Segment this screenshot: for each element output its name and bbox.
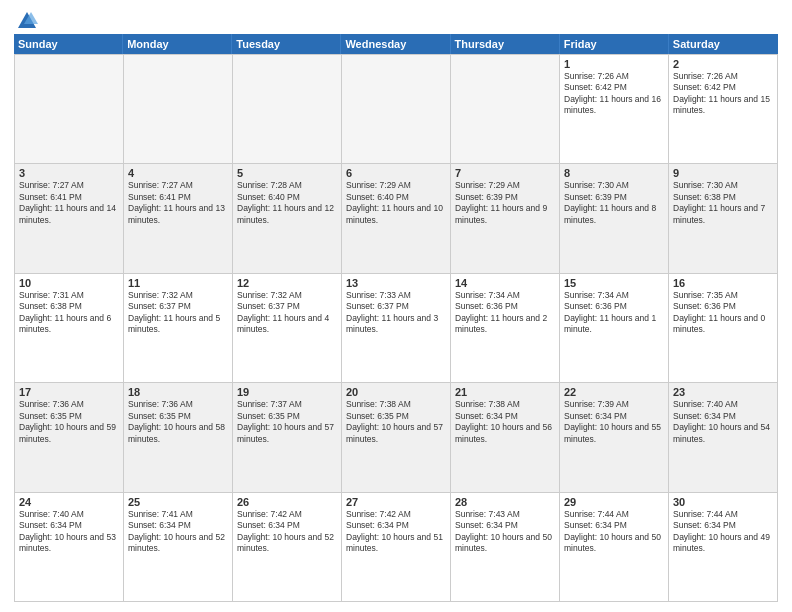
table-row: 7Sunrise: 7:29 AMSunset: 6:39 PMDaylight… — [451, 164, 560, 273]
cell-info: Sunrise: 7:33 AMSunset: 6:37 PMDaylight:… — [346, 290, 446, 336]
cell-info: Sunrise: 7:34 AMSunset: 6:36 PMDaylight:… — [564, 290, 664, 336]
day-number: 26 — [237, 496, 337, 508]
day-number: 27 — [346, 496, 446, 508]
cell-info: Sunrise: 7:44 AMSunset: 6:34 PMDaylight:… — [564, 509, 664, 555]
header-monday: Monday — [123, 34, 232, 54]
day-number: 19 — [237, 386, 337, 398]
day-number: 8 — [564, 167, 664, 179]
table-row: 23Sunrise: 7:40 AMSunset: 6:34 PMDayligh… — [669, 383, 778, 492]
day-number: 10 — [19, 277, 119, 289]
day-number: 11 — [128, 277, 228, 289]
day-number: 15 — [564, 277, 664, 289]
table-row — [233, 55, 342, 164]
cell-info: Sunrise: 7:27 AMSunset: 6:41 PMDaylight:… — [19, 180, 119, 226]
cell-info: Sunrise: 7:30 AMSunset: 6:39 PMDaylight:… — [564, 180, 664, 226]
table-row: 21Sunrise: 7:38 AMSunset: 6:34 PMDayligh… — [451, 383, 560, 492]
day-number: 9 — [673, 167, 773, 179]
cell-info: Sunrise: 7:31 AMSunset: 6:38 PMDaylight:… — [19, 290, 119, 336]
table-row: 29Sunrise: 7:44 AMSunset: 6:34 PMDayligh… — [560, 493, 669, 602]
cell-info: Sunrise: 7:36 AMSunset: 6:35 PMDaylight:… — [128, 399, 228, 445]
header-tuesday: Tuesday — [232, 34, 341, 54]
cell-info: Sunrise: 7:37 AMSunset: 6:35 PMDaylight:… — [237, 399, 337, 445]
header — [14, 10, 778, 28]
calendar-body: 1Sunrise: 7:26 AMSunset: 6:42 PMDaylight… — [14, 54, 778, 602]
table-row: 5Sunrise: 7:28 AMSunset: 6:40 PMDaylight… — [233, 164, 342, 273]
cell-info: Sunrise: 7:40 AMSunset: 6:34 PMDaylight:… — [19, 509, 119, 555]
table-row: 9Sunrise: 7:30 AMSunset: 6:38 PMDaylight… — [669, 164, 778, 273]
cell-info: Sunrise: 7:38 AMSunset: 6:34 PMDaylight:… — [455, 399, 555, 445]
day-number: 30 — [673, 496, 773, 508]
day-number: 16 — [673, 277, 773, 289]
table-row: 24Sunrise: 7:40 AMSunset: 6:34 PMDayligh… — [15, 493, 124, 602]
table-row — [342, 55, 451, 164]
table-row: 28Sunrise: 7:43 AMSunset: 6:34 PMDayligh… — [451, 493, 560, 602]
day-number: 18 — [128, 386, 228, 398]
day-number: 22 — [564, 386, 664, 398]
cell-info: Sunrise: 7:26 AMSunset: 6:42 PMDaylight:… — [564, 71, 664, 117]
table-row: 25Sunrise: 7:41 AMSunset: 6:34 PMDayligh… — [124, 493, 233, 602]
table-row: 11Sunrise: 7:32 AMSunset: 6:37 PMDayligh… — [124, 274, 233, 383]
cell-info: Sunrise: 7:29 AMSunset: 6:39 PMDaylight:… — [455, 180, 555, 226]
cell-info: Sunrise: 7:41 AMSunset: 6:34 PMDaylight:… — [128, 509, 228, 555]
day-number: 12 — [237, 277, 337, 289]
table-row: 13Sunrise: 7:33 AMSunset: 6:37 PMDayligh… — [342, 274, 451, 383]
table-row — [15, 55, 124, 164]
table-row: 10Sunrise: 7:31 AMSunset: 6:38 PMDayligh… — [15, 274, 124, 383]
cell-info: Sunrise: 7:29 AMSunset: 6:40 PMDaylight:… — [346, 180, 446, 226]
table-row: 2Sunrise: 7:26 AMSunset: 6:42 PMDaylight… — [669, 55, 778, 164]
cell-info: Sunrise: 7:42 AMSunset: 6:34 PMDaylight:… — [237, 509, 337, 555]
day-number: 1 — [564, 58, 664, 70]
table-row: 14Sunrise: 7:34 AMSunset: 6:36 PMDayligh… — [451, 274, 560, 383]
day-number: 20 — [346, 386, 446, 398]
cell-info: Sunrise: 7:26 AMSunset: 6:42 PMDaylight:… — [673, 71, 773, 117]
table-row: 6Sunrise: 7:29 AMSunset: 6:40 PMDaylight… — [342, 164, 451, 273]
day-number: 23 — [673, 386, 773, 398]
day-number: 28 — [455, 496, 555, 508]
table-row — [124, 55, 233, 164]
cell-info: Sunrise: 7:39 AMSunset: 6:34 PMDaylight:… — [564, 399, 664, 445]
cell-info: Sunrise: 7:34 AMSunset: 6:36 PMDaylight:… — [455, 290, 555, 336]
cell-info: Sunrise: 7:44 AMSunset: 6:34 PMDaylight:… — [673, 509, 773, 555]
cell-info: Sunrise: 7:28 AMSunset: 6:40 PMDaylight:… — [237, 180, 337, 226]
cell-info: Sunrise: 7:42 AMSunset: 6:34 PMDaylight:… — [346, 509, 446, 555]
cell-info: Sunrise: 7:38 AMSunset: 6:35 PMDaylight:… — [346, 399, 446, 445]
day-number: 21 — [455, 386, 555, 398]
header-wednesday: Wednesday — [341, 34, 450, 54]
table-row: 20Sunrise: 7:38 AMSunset: 6:35 PMDayligh… — [342, 383, 451, 492]
header-thursday: Thursday — [451, 34, 560, 54]
table-row: 16Sunrise: 7:35 AMSunset: 6:36 PMDayligh… — [669, 274, 778, 383]
day-number: 29 — [564, 496, 664, 508]
day-number: 4 — [128, 167, 228, 179]
cell-info: Sunrise: 7:36 AMSunset: 6:35 PMDaylight:… — [19, 399, 119, 445]
page: Sunday Monday Tuesday Wednesday Thursday… — [0, 0, 792, 612]
table-row: 15Sunrise: 7:34 AMSunset: 6:36 PMDayligh… — [560, 274, 669, 383]
table-row: 22Sunrise: 7:39 AMSunset: 6:34 PMDayligh… — [560, 383, 669, 492]
table-row: 8Sunrise: 7:30 AMSunset: 6:39 PMDaylight… — [560, 164, 669, 273]
cell-info: Sunrise: 7:27 AMSunset: 6:41 PMDaylight:… — [128, 180, 228, 226]
table-row: 12Sunrise: 7:32 AMSunset: 6:37 PMDayligh… — [233, 274, 342, 383]
logo — [14, 10, 38, 28]
cell-info: Sunrise: 7:40 AMSunset: 6:34 PMDaylight:… — [673, 399, 773, 445]
cell-info: Sunrise: 7:43 AMSunset: 6:34 PMDaylight:… — [455, 509, 555, 555]
header-sunday: Sunday — [14, 34, 123, 54]
cell-info: Sunrise: 7:32 AMSunset: 6:37 PMDaylight:… — [237, 290, 337, 336]
day-number: 5 — [237, 167, 337, 179]
day-number: 2 — [673, 58, 773, 70]
day-number: 6 — [346, 167, 446, 179]
table-row: 18Sunrise: 7:36 AMSunset: 6:35 PMDayligh… — [124, 383, 233, 492]
day-number: 13 — [346, 277, 446, 289]
day-number: 25 — [128, 496, 228, 508]
table-row: 30Sunrise: 7:44 AMSunset: 6:34 PMDayligh… — [669, 493, 778, 602]
header-friday: Friday — [560, 34, 669, 54]
day-number: 3 — [19, 167, 119, 179]
calendar: Sunday Monday Tuesday Wednesday Thursday… — [14, 34, 778, 602]
day-number: 14 — [455, 277, 555, 289]
table-row: 26Sunrise: 7:42 AMSunset: 6:34 PMDayligh… — [233, 493, 342, 602]
table-row: 27Sunrise: 7:42 AMSunset: 6:34 PMDayligh… — [342, 493, 451, 602]
cell-info: Sunrise: 7:32 AMSunset: 6:37 PMDaylight:… — [128, 290, 228, 336]
table-row: 3Sunrise: 7:27 AMSunset: 6:41 PMDaylight… — [15, 164, 124, 273]
day-number: 7 — [455, 167, 555, 179]
table-row — [451, 55, 560, 164]
header-saturday: Saturday — [669, 34, 778, 54]
day-number: 17 — [19, 386, 119, 398]
